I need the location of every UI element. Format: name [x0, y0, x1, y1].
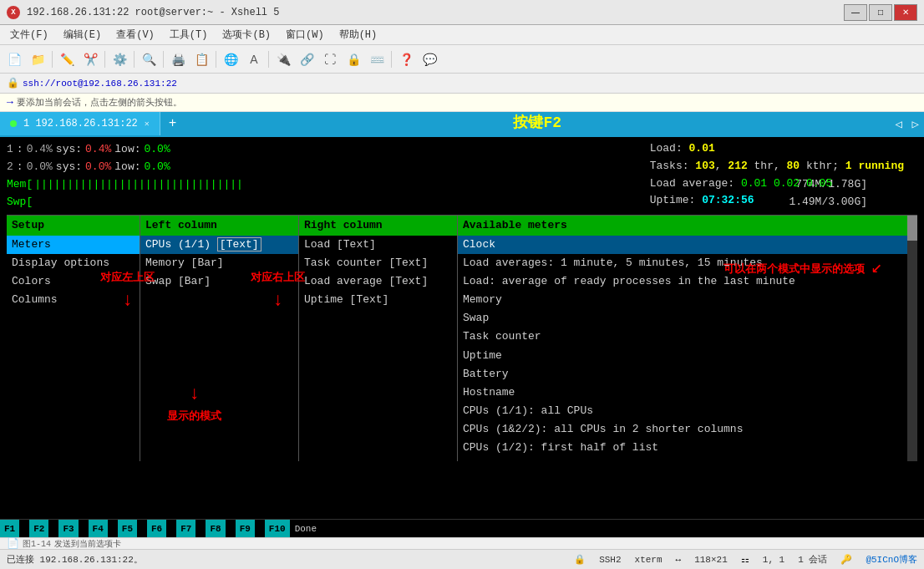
- add-tab-button[interactable]: +: [160, 112, 185, 135]
- right-item-uptime[interactable]: Uptime [Text]: [299, 291, 457, 309]
- terminal-area[interactable]: 1 : 0.4% sys: 0.4% low: 0.0% 2 : 0.0% sy…: [0, 137, 924, 519]
- avail-item-task[interactable]: Task counter: [458, 328, 917, 346]
- fkey-f5[interactable]: F5: [118, 520, 147, 537]
- toolbar-sep-7: [391, 51, 392, 68]
- edit-button[interactable]: ✏️: [56, 48, 78, 70]
- user-label: @5ICnO博客: [866, 553, 917, 566]
- chat-button[interactable]: 💬: [419, 48, 440, 70]
- avail-item-cpu12[interactable]: CPUs (1/2): first half of list: [458, 439, 917, 457]
- avail-item-cpu22[interactable]: CPUs (2/2): second half of list: [458, 457, 917, 460]
- menu-item-columns[interactable]: Columns: [7, 291, 140, 309]
- cut-button[interactable]: ✂️: [79, 48, 101, 70]
- stat-tasks: Tasks: 103, 212 thr, 80 kthr; 1 running: [650, 158, 904, 175]
- cpu2-sys: 0.0%: [85, 159, 111, 175]
- avail-item-clock[interactable]: Clock: [458, 236, 917, 254]
- menu-tab[interactable]: 选项卡(B): [216, 26, 277, 43]
- toolbar-sep-1: [52, 51, 53, 68]
- settings-button[interactable]: ⚙️: [109, 48, 130, 70]
- cpu1-pct: 0.4%: [27, 141, 53, 158]
- stat-load: Load: 0.01: [650, 140, 904, 158]
- send-text: 发送到当前选项卡: [54, 538, 121, 550]
- fkey-f1-num: F1: [0, 520, 19, 537]
- avail-item-cpu11[interactable]: CPUs (1/1): all CPUs: [458, 402, 917, 420]
- avail-item-hostname[interactable]: Hostname: [458, 384, 917, 402]
- menu-file[interactable]: 文件(F): [3, 26, 55, 43]
- search-button[interactable]: 🔍: [138, 48, 160, 70]
- tab-status-dot: [10, 120, 17, 127]
- maximize-button[interactable]: □: [869, 4, 892, 21]
- size-icon: ↔: [676, 555, 682, 565]
- avail-item-uptime[interactable]: Uptime: [458, 347, 917, 365]
- user-icon: 🔑: [840, 554, 852, 565]
- globe-button[interactable]: 🌐: [220, 48, 241, 70]
- right-item-load[interactable]: Load [Text]: [299, 236, 457, 254]
- connect-button[interactable]: 🔌: [272, 48, 294, 70]
- minimize-button[interactable]: —: [844, 4, 867, 21]
- close-button[interactable]: ✕: [894, 4, 917, 21]
- app-icon: X: [7, 6, 20, 19]
- fkey-f6[interactable]: F6: [147, 520, 176, 537]
- avail-item-cpu122[interactable]: CPUs (1&2/2): all CPUs in 2 shorter colu…: [458, 420, 917, 439]
- menu-help[interactable]: 帮助(H): [333, 26, 384, 43]
- menu-item-meters[interactable]: Meters: [7, 236, 140, 254]
- fkey-f2[interactable]: F2: [29, 520, 58, 537]
- size-label: 118×21: [694, 555, 728, 565]
- left-item-memory[interactable]: Memory [Bar]: [140, 254, 298, 272]
- avail-item-battery[interactable]: Battery: [458, 365, 917, 384]
- toolbar-sep-5: [216, 51, 216, 68]
- avail-item-loadavg[interactable]: Load averages: 1 minute, 5 minutes, 15 m…: [458, 254, 917, 272]
- new-session-button[interactable]: 📄: [3, 48, 25, 70]
- menu-view[interactable]: 查看(V): [109, 26, 161, 43]
- tab-bar: 1 192.168.26.131:22 ✕ + 按键F2 ◁ ▷: [0, 112, 924, 137]
- fkey-f9[interactable]: F9: [236, 520, 265, 537]
- menu-item-colors[interactable]: Colors: [7, 272, 140, 291]
- page-icon: 📄: [7, 537, 19, 550]
- fkey-f10[interactable]: F10 Done: [265, 520, 322, 537]
- right-item-task[interactable]: Task counter [Text]: [299, 254, 457, 272]
- help-button[interactable]: ❓: [395, 48, 417, 70]
- fkey-f3[interactable]: F3: [58, 520, 88, 537]
- menu-window[interactable]: 窗口(W): [279, 26, 331, 43]
- tab-close-button[interactable]: ✕: [145, 119, 150, 129]
- toolbar-sep-4: [163, 51, 164, 68]
- pos-label: 1, 1: [763, 555, 784, 565]
- font-button[interactable]: A: [243, 48, 265, 70]
- arrow-icon: →: [7, 96, 13, 109]
- setup-panel: Setup Meters Display options Colors Colu…: [7, 215, 917, 461]
- window-controls: — □ ✕: [844, 4, 917, 21]
- print2-button[interactable]: 📋: [190, 48, 212, 70]
- scrollbar[interactable]: [907, 216, 917, 461]
- protocol-label: SSH2: [599, 555, 621, 565]
- open-button[interactable]: 📁: [27, 48, 48, 70]
- fkey-f1[interactable]: F1: [0, 520, 29, 537]
- menu-tools[interactable]: 工具(T): [163, 26, 215, 43]
- right-item-loadavg[interactable]: Load average [Text]: [299, 272, 457, 291]
- fkey-f4[interactable]: F4: [89, 520, 118, 537]
- avail-item-swap[interactable]: Swap: [458, 309, 917, 328]
- center-title-text: 按键F2: [513, 114, 561, 131]
- avail-item-memory[interactable]: Memory: [458, 291, 917, 309]
- menu-item-display[interactable]: Display options: [7, 254, 140, 272]
- menu-edit[interactable]: 编辑(E): [57, 26, 109, 43]
- left-item-swap[interactable]: Swap [Bar]: [140, 272, 298, 291]
- toolbar-sep-2: [104, 51, 105, 68]
- toolbar-sep-3: [134, 51, 135, 68]
- disconnect-button[interactable]: 🔗: [296, 48, 317, 70]
- fkey-bar: F1 F2 F3 F4 F5 F6 F7 F8: [0, 519, 924, 537]
- fkey-f8[interactable]: F8: [206, 520, 235, 537]
- lock-button[interactable]: 🔒: [343, 48, 364, 70]
- stat-loadavg: Load average: 0.01 0.02 0.05: [650, 175, 904, 193]
- print-button[interactable]: 🖨️: [167, 48, 189, 70]
- tab-nav-left[interactable]: ◁: [890, 112, 906, 135]
- kbd-button[interactable]: ⌨️: [366, 48, 388, 70]
- fkey-f7[interactable]: F7: [176, 520, 206, 537]
- left-item-cpus[interactable]: CPUs (1/1) [Text]: [140, 236, 298, 254]
- address-value[interactable]: ssh://root@192.168.26.131:22: [23, 79, 177, 89]
- avail-item-loadrdy[interactable]: Load: average of ready processes in the …: [458, 272, 917, 291]
- scrollbar-thumb[interactable]: [907, 216, 917, 241]
- active-tab[interactable]: 1 192.168.26.131:22 ✕: [0, 112, 160, 135]
- cpu1-sys: 0.4%: [85, 141, 111, 158]
- fullscreen-button[interactable]: ⛶: [319, 48, 341, 70]
- tab-nav-right[interactable]: ▷: [907, 112, 924, 135]
- menu-bar: 文件(F) 编辑(E) 查看(V) 工具(T) 选项卡(B) 窗口(W) 帮助(…: [0, 25, 924, 45]
